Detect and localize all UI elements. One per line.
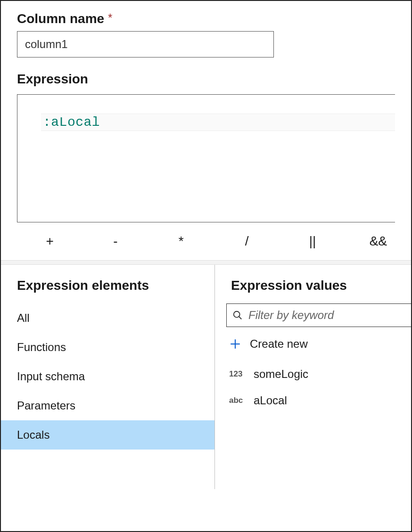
value-item-somelogic[interactable]: 123 someLogic (215, 361, 411, 387)
expression-elements-title: Expression elements (1, 265, 214, 303)
operator-toolbar: + - * / || && (17, 222, 411, 260)
operator-plus[interactable]: + (17, 231, 82, 252)
operator-minus[interactable]: - (82, 231, 148, 252)
values-search-box[interactable] (226, 303, 411, 327)
elements-item-functions[interactable]: Functions (1, 333, 214, 362)
expression-values-title: Expression values (215, 265, 411, 303)
plus-icon (229, 338, 241, 350)
column-name-label: Column name * (17, 11, 395, 26)
required-asterisk: * (108, 11, 112, 24)
operator-and[interactable]: && (346, 231, 411, 252)
operator-multiply[interactable]: * (148, 231, 214, 252)
svg-point-0 (234, 311, 240, 318)
operator-divide[interactable]: / (214, 231, 280, 252)
expression-builder-panel: Column name * Expression :aLocal + - * /… (0, 0, 412, 532)
operator-or[interactable]: || (280, 231, 345, 252)
top-section: Column name * Expression :aLocal (1, 1, 411, 222)
elements-item-all[interactable]: All (1, 303, 214, 333)
create-new-label: Create new (250, 337, 308, 351)
type-badge-numeric: 123 (229, 369, 247, 379)
editor-line: :aLocal (41, 114, 395, 131)
value-name: someLogic (254, 368, 308, 381)
elements-item-locals[interactable]: Locals (1, 420, 214, 450)
type-badge-string: abc (229, 396, 247, 405)
expression-code: :aLocal (43, 115, 100, 130)
expression-label: Expression (17, 72, 395, 87)
section-divider (1, 260, 411, 265)
elements-item-parameters[interactable]: Parameters (1, 391, 214, 420)
create-new-button[interactable]: Create new (215, 327, 411, 361)
svg-line-1 (239, 317, 242, 319)
elements-item-input-schema[interactable]: Input schema (1, 362, 214, 391)
value-name: aLocal (254, 394, 287, 407)
bottom-row: Expression elements All Functions Input … (1, 265, 411, 489)
value-item-alocal[interactable]: abc aLocal (215, 387, 411, 414)
search-icon (232, 310, 243, 320)
expression-values-panel: Expression values Create new (215, 265, 411, 489)
column-name-input[interactable] (17, 31, 274, 57)
expression-editor[interactable]: :aLocal (17, 94, 395, 222)
expression-elements-panel: Expression elements All Functions Input … (1, 265, 215, 489)
elements-list: All Functions Input schema Parameters Lo… (1, 303, 214, 450)
column-name-label-text: Column name (17, 11, 104, 26)
values-search-input[interactable] (243, 308, 411, 322)
